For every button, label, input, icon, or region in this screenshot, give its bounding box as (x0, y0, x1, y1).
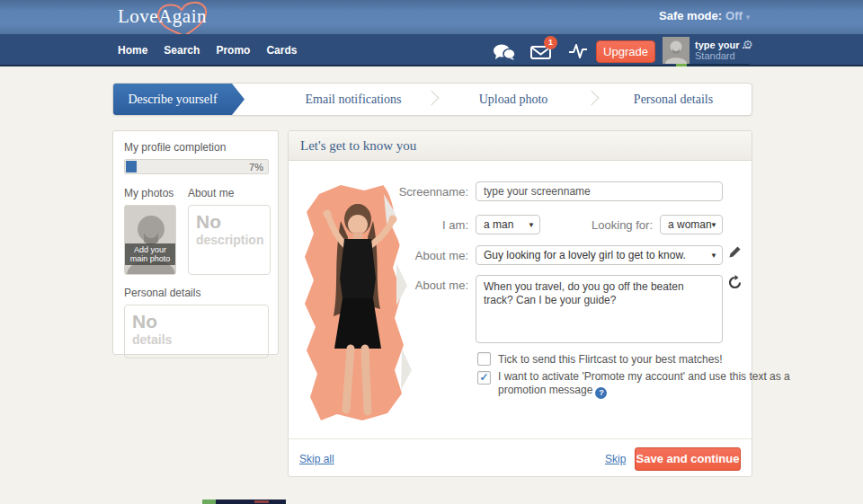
nav-bar: Home Search Promo Cards 1 Upgrade type (0, 34, 863, 66)
user-avatar[interactable] (663, 37, 690, 64)
personal-details-label: Personal details (124, 287, 267, 299)
chat-icon[interactable] (493, 44, 516, 64)
progress-fill (126, 161, 137, 172)
page-title: Let's get to know you (289, 131, 752, 161)
flirtcast-checkbox[interactable] (477, 352, 491, 366)
no-details-title: No (132, 311, 261, 332)
add-photo-caption: Add your main photo (125, 243, 175, 265)
profile-completion-label: My profile completion (124, 141, 267, 154)
wizard-steps: Describe yourself Email notifications Up… (112, 83, 752, 116)
nav-item-cards[interactable]: Cards (266, 44, 297, 57)
screenname-label: Screenname: (343, 185, 468, 199)
cutoff-banner-image (202, 500, 286, 504)
profile-sidebar: My profile completion 7% My photos Add y… (112, 130, 279, 355)
edit-pencil-icon[interactable] (728, 245, 742, 262)
plan-label: Standard (695, 50, 735, 61)
promote-account-checkbox-label: I want to activate 'Promote my account' … (498, 370, 790, 399)
safe-mode-value: Off (725, 9, 743, 22)
flirtcast-checkbox-label: Tick to send this Flirtcast to your best… (498, 353, 759, 367)
promote-account-checkbox[interactable]: ✓ (477, 371, 491, 385)
chevron-down-icon: ▼ (710, 246, 717, 265)
about-me-text-label: About me: (343, 279, 468, 292)
nav-item-promo[interactable]: Promo (216, 44, 250, 57)
profile-completion-bar: 7% (124, 159, 269, 174)
no-description-box[interactable]: No description (188, 205, 271, 275)
add-main-photo-button[interactable]: Add your main photo (124, 205, 176, 275)
wizard-step-email-notifications[interactable]: Email notifications (273, 84, 433, 115)
wizard-step-upload-photo[interactable]: Upload photo (433, 84, 593, 115)
app-logo[interactable]: LoveAgain (118, 5, 207, 28)
activity-pulse-icon[interactable] (568, 43, 588, 63)
looking-for-label: Looking for: (527, 218, 653, 232)
about-me-textarea[interactable]: When you travel, do you go off the beate… (476, 275, 723, 343)
refresh-icon[interactable] (727, 275, 743, 294)
no-description-sub: description (196, 233, 262, 248)
about-me-select-label: About me: (343, 249, 468, 262)
about-me-label: About me (188, 187, 271, 199)
no-details-sub: details (132, 332, 261, 348)
footer-divider (289, 438, 752, 439)
chevron-down-icon: ▾ (746, 13, 751, 22)
upgrade-button[interactable]: Upgrade (596, 40, 655, 63)
looking-for-select[interactable]: a woman ▼ (660, 215, 723, 234)
nav-menu: Home Search Promo Cards (118, 34, 297, 66)
safe-mode-toggle[interactable]: Safe mode:Off▾ (659, 9, 750, 22)
skip-link[interactable]: Skip (605, 453, 626, 465)
save-and-continue-button[interactable]: Save and continue (635, 447, 741, 471)
wizard-step-personal-details[interactable]: Personal details (593, 84, 752, 115)
no-details-box[interactable]: No details (124, 305, 269, 358)
about-me-select[interactable]: Guy looking for a lovely girl to get to … (476, 245, 723, 265)
screenname-input[interactable] (476, 181, 723, 201)
profile-progress-mini (676, 64, 750, 66)
top-bar: LoveAgain Safe mode:Off▾ (0, 0, 863, 34)
help-icon[interactable]: ? (595, 387, 607, 399)
wizard-step-describe-yourself[interactable]: Describe yourself (113, 84, 245, 115)
gear-icon[interactable]: ⚙ (743, 38, 753, 51)
my-photos-label: My photos (124, 187, 176, 199)
nav-item-search[interactable]: Search (164, 44, 200, 57)
safe-mode-label: Safe mode: (659, 9, 722, 22)
woman-photo (294, 178, 429, 429)
chevron-down-icon: ▼ (710, 216, 717, 234)
main-panel: Let's get to know you Screenname: I (288, 130, 752, 477)
i-am-label: I am: (343, 218, 468, 232)
progress-percent: 7% (249, 162, 263, 172)
mail-badge: 1 (544, 36, 557, 49)
nav-item-home[interactable]: Home (118, 44, 147, 57)
check-icon: ✓ (479, 371, 488, 384)
skip-all-link[interactable]: Skip all (299, 453, 334, 465)
no-description-title: No (196, 211, 262, 233)
